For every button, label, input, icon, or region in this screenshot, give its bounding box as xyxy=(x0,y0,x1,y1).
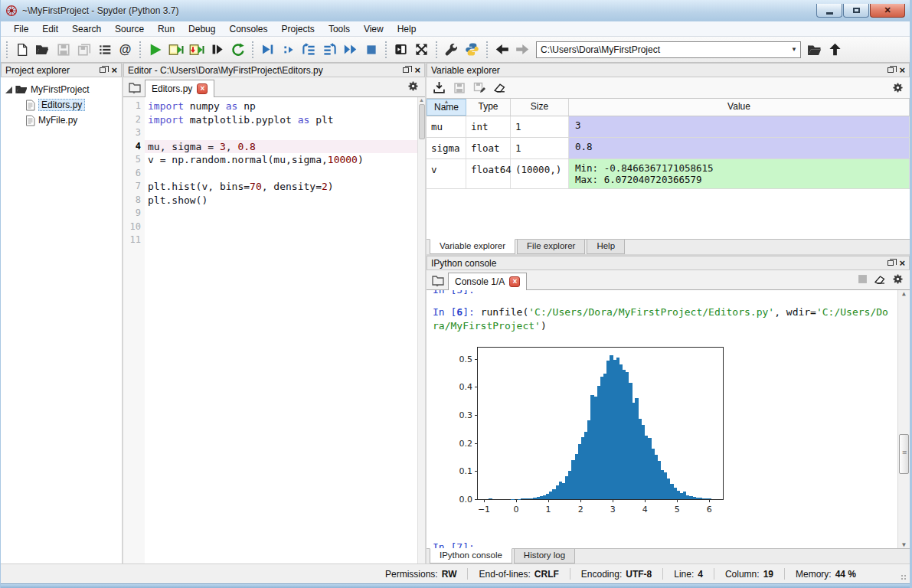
column-header-size[interactable]: Size xyxy=(511,99,569,116)
debug-cell-button[interactable] xyxy=(278,39,299,60)
run-cell-advance-button[interactable] xyxy=(186,39,207,60)
tree-item-editors-py[interactable]: Editors.py xyxy=(2,97,120,113)
outline-explorer-button[interactable] xyxy=(94,39,115,60)
code-line[interactable]: mu, sigma = 3, 0.8 xyxy=(145,140,417,154)
console-output[interactable]: In [5]: In [6]: runfile('C:/Users/Dora/M… xyxy=(427,290,910,548)
open-directory-button[interactable] xyxy=(804,39,825,60)
scroll-down-icon[interactable]: ▼ xyxy=(902,541,906,548)
scrollbar-thumb[interactable] xyxy=(899,434,909,474)
scroll-up-icon[interactable]: ▲ xyxy=(902,290,906,297)
menu-item-view[interactable]: View xyxy=(357,22,391,36)
save-data-icon[interactable] xyxy=(453,82,466,94)
window-layout-button[interactable] xyxy=(391,39,411,60)
variable-row-v[interactable]: vfloat64(10000,)Min: -0.8466367171058615… xyxy=(427,159,910,189)
back-button[interactable] xyxy=(492,39,512,60)
open-file-button[interactable] xyxy=(32,39,53,60)
clear-console-eraser-icon[interactable] xyxy=(874,273,886,286)
code-line[interactable]: import numpy as np xyxy=(145,100,417,113)
run-selection-button[interactable] xyxy=(207,39,227,60)
undock-icon[interactable] xyxy=(887,260,894,266)
tab-history-log[interactable]: History log xyxy=(514,549,575,564)
resize-grip[interactable] xyxy=(901,575,907,581)
maximize-pane-button[interactable] xyxy=(411,39,432,60)
parent-directory-button[interactable] xyxy=(825,39,845,60)
browse-tabs-icon[interactable] xyxy=(125,78,145,96)
scrollbar-thumb[interactable] xyxy=(419,104,425,139)
maximize-button[interactable] xyxy=(843,4,869,18)
new-file-button[interactable] xyxy=(11,39,32,60)
python-path-button[interactable] xyxy=(462,39,482,60)
code-line[interactable]: v = np.random.normal(mu,sigma,10000) xyxy=(145,153,417,167)
menu-item-debug[interactable]: Debug xyxy=(181,22,222,36)
menu-item-edit[interactable]: Edit xyxy=(35,22,65,36)
save-button[interactable] xyxy=(53,39,74,60)
continue-button[interactable] xyxy=(340,39,361,60)
code-line[interactable]: import matplotlib.pyplot as plt xyxy=(145,113,417,127)
close-pane-icon[interactable]: × xyxy=(899,260,905,267)
import-data-icon[interactable] xyxy=(433,81,446,94)
undock-icon[interactable] xyxy=(100,67,106,73)
options-gear-icon[interactable] xyxy=(892,273,904,285)
close-tab-icon[interactable]: × xyxy=(197,83,208,94)
forward-button[interactable] xyxy=(512,39,533,60)
close-tab-icon[interactable]: × xyxy=(509,276,520,287)
variable-row-sigma[interactable]: sigmafloat10.8 xyxy=(427,138,910,159)
debug-file-button[interactable] xyxy=(257,39,278,60)
find-symbols-button[interactable]: @ xyxy=(115,39,136,60)
tab-variable-explorer[interactable]: Variable explorer xyxy=(430,239,515,254)
toolbar-drag-handle[interactable] xyxy=(485,41,489,58)
menu-item-consoles[interactable]: Consoles xyxy=(222,22,274,36)
variable-row-mu[interactable]: muint13 xyxy=(427,116,910,138)
undock-icon[interactable] xyxy=(887,67,894,73)
run-file-button[interactable] xyxy=(145,39,165,60)
rerun-cell-button[interactable] xyxy=(227,39,248,60)
undock-icon[interactable] xyxy=(403,67,409,73)
tree-item-myfile-py[interactable]: MyFile.py xyxy=(2,113,120,128)
column-header-type[interactable]: Type xyxy=(466,99,511,116)
toolbar-drag-handle[interactable] xyxy=(5,41,8,58)
code-line[interactable]: plt.hist(v, bins=70, density=2) xyxy=(145,180,417,194)
close-pane-icon[interactable]: × xyxy=(414,67,420,74)
code-line[interactable] xyxy=(145,167,417,181)
close-pane-icon[interactable]: × xyxy=(111,67,117,74)
column-header-value[interactable]: Value xyxy=(569,99,910,116)
chevron-down-icon[interactable]: ▼ xyxy=(788,42,800,57)
editor-scrollbar[interactable]: ▲ xyxy=(417,97,425,564)
working-directory-combobox[interactable]: C:\Users\Dora\MyFirstProject ▼ xyxy=(536,41,801,58)
run-cell-button[interactable] xyxy=(165,39,186,60)
save-all-button[interactable] xyxy=(74,39,94,60)
project-root-item[interactable]: MyFirstProject xyxy=(2,82,120,97)
console-scrollbar[interactable]: ▲ ▼ xyxy=(897,290,910,548)
menu-item-source[interactable]: Source xyxy=(108,22,151,36)
menu-item-help[interactable]: Help xyxy=(391,22,423,36)
options-gear-icon[interactable] xyxy=(407,80,419,92)
toolbar-drag-handle[interactable] xyxy=(435,41,438,58)
code-line[interactable]: plt.show() xyxy=(145,194,417,207)
toolbar-drag-handle[interactable] xyxy=(139,41,142,58)
code-line[interactable] xyxy=(145,126,417,140)
menu-item-file[interactable]: File xyxy=(7,22,35,36)
step-return-button[interactable] xyxy=(319,39,340,60)
close-button[interactable]: ✕ xyxy=(870,4,905,18)
preferences-wrench-button[interactable] xyxy=(441,39,462,60)
tab-ipython-console[interactable]: IPython console xyxy=(430,548,512,564)
code-line[interactable] xyxy=(145,207,417,220)
tab-help[interactable]: Help xyxy=(587,240,625,254)
scroll-up-icon[interactable]: ▲ xyxy=(419,97,424,103)
variables-table[interactable]: Name▲TypeSizeValue muint13sigmafloat10.8… xyxy=(427,98,910,239)
menu-item-search[interactable]: Search xyxy=(65,22,108,36)
menu-item-projects[interactable]: Projects xyxy=(275,22,322,36)
save-data-as-icon[interactable] xyxy=(473,82,485,94)
code-editor[interactable]: 1234567891011 import numpy as npimport m… xyxy=(123,97,425,564)
code-line[interactable] xyxy=(145,234,417,247)
close-pane-icon[interactable]: × xyxy=(899,67,905,74)
options-gear-icon[interactable] xyxy=(892,82,904,93)
editor-tab-editors-py[interactable]: Editors.py × xyxy=(145,80,214,97)
toolbar-drag-handle[interactable] xyxy=(251,41,254,58)
code-area[interactable]: import numpy as npimport matplotlib.pypl… xyxy=(145,97,417,564)
menu-item-run[interactable]: Run xyxy=(151,22,181,36)
minimize-button[interactable] xyxy=(816,4,842,18)
column-header-name[interactable]: Name▲ xyxy=(427,99,466,116)
console-tab[interactable]: Console 1/A × xyxy=(448,273,527,290)
remove-variables-eraser-icon[interactable] xyxy=(493,81,506,94)
